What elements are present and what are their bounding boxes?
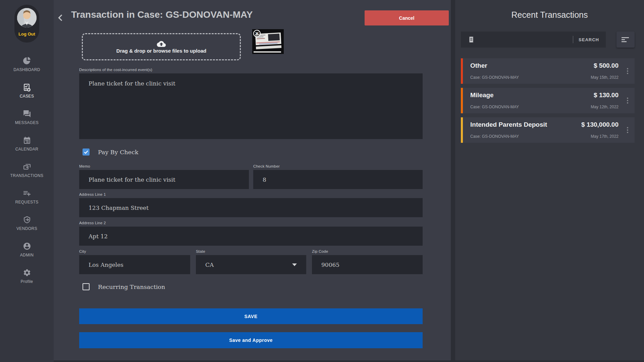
sidebar-item-admin[interactable]: ADMIN <box>0 242 54 268</box>
transaction-card-mileage[interactable]: Mileage Case: GS-DONOVAN-MAY $ 130.00 Ma… <box>461 88 635 113</box>
city-field-group: City <box>79 249 190 274</box>
logout-label: Log Out <box>18 32 35 37</box>
kebab-menu-icon[interactable] <box>625 126 631 134</box>
transaction-case: Case: GS-DONOVAN-MAY <box>470 134 519 139</box>
check-number-field-group: Check Number <box>253 164 423 189</box>
transaction-date: May 17th, 2022 <box>591 134 619 139</box>
sidebar-item-label: REQUESTS <box>15 200 38 204</box>
avatar[interactable] <box>17 8 37 27</box>
state-select[interactable]: CA <box>196 255 306 274</box>
checkbox-checked-icon[interactable] <box>83 148 90 156</box>
back-button[interactable] <box>56 13 66 23</box>
zip-field-group: Zip Code <box>312 249 423 274</box>
check-number-label: Check Number <box>253 164 423 168</box>
address2-label: Address Line 2 <box>79 221 423 225</box>
transaction-amount: $ 500.00 <box>594 62 619 69</box>
memo-field-group: Memo <box>79 164 249 189</box>
sidebar-item-transactions[interactable]: TRANSACTIONS <box>0 163 54 189</box>
transaction-title: Other <box>470 62 487 69</box>
recurring-transaction-toggle[interactable]: Recurring Transaction <box>83 283 165 290</box>
sidebar-item-requests[interactable]: REQUESTS <box>0 189 54 216</box>
chevron-left-icon <box>56 13 65 22</box>
uploaded-file-thumbnail[interactable]: ✕ <box>252 29 284 54</box>
search-button[interactable]: SEARCH <box>579 37 599 42</box>
transaction-date: May 12th, 2022 <box>591 105 619 109</box>
sidebar-item-vendors[interactable]: VENDORS <box>0 216 54 242</box>
sidebar-item-label: CASES <box>20 94 34 99</box>
state-selected-value: CA <box>205 261 214 268</box>
sidebar-item-calendar[interactable]: CALENDAR <box>0 136 54 163</box>
zip-input[interactable] <box>312 255 423 274</box>
sidebar-item-messages[interactable]: MESSAGES <box>0 110 54 136</box>
state-field-group: State CA <box>196 249 306 274</box>
address2-field-group: Address Line 2 <box>79 221 423 246</box>
cancel-button[interactable]: Cancel <box>365 10 449 25</box>
sidebar-item-label: TRANSACTIONS <box>10 173 44 178</box>
transaction-title: Mileage <box>470 92 494 99</box>
transaction-card-other[interactable]: Other Case: GS-DONOVAN-MAY $ 500.00 May … <box>461 58 635 84</box>
remove-file-icon[interactable]: ✕ <box>253 30 261 37</box>
sidebar-item-label: VENDORS <box>16 226 37 231</box>
transaction-case: Case: GS-DONOVAN-MAY <box>470 75 519 80</box>
save-and-approve-button[interactable]: Save and Approve <box>79 332 423 348</box>
description-label: Descriptions of the cost-incurred event(… <box>79 68 423 72</box>
transactions-icon <box>23 163 31 171</box>
pay-by-check-toggle[interactable]: Pay By Check <box>83 148 139 156</box>
page: Log Out DASHBOARD CASES <box>0 0 644 362</box>
cloud-upload-icon <box>157 40 166 47</box>
dropzone-label: Drag & drop or browse files to upload <box>116 48 206 54</box>
recent-transactions-panel: Recent Transactions SEARCH Other Case: G… <box>455 0 644 360</box>
description-input[interactable]: Plane ticket for the clinic visit <box>79 73 423 139</box>
sidebar-item-label: MESSAGES <box>15 120 39 125</box>
page-title: Transaction in Case: GS-DONOVAN-MAY <box>71 9 253 20</box>
address1-input[interactable] <box>79 198 423 217</box>
sidebar-item-label: CALENDAR <box>15 147 39 152</box>
transaction-form: Transaction in Case: GS-DONOVAN-MAY Canc… <box>54 0 451 360</box>
address1-label: Address Line 1 <box>79 192 423 196</box>
vendor-shield-icon <box>23 216 31 224</box>
save-button[interactable]: SAVE <box>79 308 423 324</box>
sidebar-item-label: ADMIN <box>20 253 34 257</box>
recent-transactions-title: Recent Transactions <box>455 10 644 20</box>
sidebar-item-cases[interactable]: CASES <box>0 83 54 110</box>
sort-button[interactable] <box>616 32 635 48</box>
pie-chart-icon <box>23 57 31 65</box>
transaction-amount: $ 130,000.00 <box>581 121 619 128</box>
memo-input[interactable] <box>79 170 249 189</box>
transaction-amount: $ 130.00 <box>594 92 619 99</box>
transaction-card-deposit[interactable]: Intended Parents Deposit Case: GS-DONOVA… <box>461 117 635 143</box>
transaction-case: Case: GS-DONOVAN-MAY <box>470 105 519 109</box>
pay-by-check-label: Pay By Check <box>98 149 139 156</box>
kebab-menu-icon[interactable] <box>625 96 631 105</box>
recurring-transaction-label: Recurring Transaction <box>98 284 165 290</box>
checkbox-unchecked-icon[interactable] <box>83 283 90 290</box>
city-label: City <box>79 249 190 253</box>
state-label: State <box>196 249 306 253</box>
sidebar-item-label: DASHBOARD <box>13 67 40 72</box>
gear-icon <box>23 268 31 277</box>
sidebar-item-profile[interactable]: Profile <box>0 268 54 295</box>
search-divider <box>573 36 573 43</box>
sidebar-item-dashboard[interactable]: DASHBOARD <box>0 57 54 83</box>
case-add-icon <box>23 83 31 92</box>
sidebar: Log Out DASHBOARD CASES <box>0 0 54 362</box>
address1-field-group: Address Line 1 <box>79 192 423 217</box>
transaction-search-bar[interactable]: SEARCH <box>461 32 606 48</box>
logout-button[interactable]: Log Out <box>14 5 39 43</box>
kebab-menu-icon[interactable] <box>625 67 631 75</box>
check-number-input[interactable] <box>253 170 423 189</box>
file-dropzone[interactable]: Drag & drop or browse files to upload <box>82 33 241 60</box>
memo-label: Memo <box>79 164 249 168</box>
address2-input[interactable] <box>79 227 423 246</box>
chat-bubbles-icon <box>23 110 31 118</box>
city-input[interactable] <box>79 255 190 274</box>
transaction-date: May 15th, 2022 <box>591 75 619 80</box>
description-field-group: Descriptions of the cost-incurred event(… <box>79 68 423 139</box>
list-add-icon <box>23 189 31 197</box>
chevron-down-icon <box>292 263 297 266</box>
zip-label: Zip Code <box>312 249 423 253</box>
person-circle-icon <box>23 242 31 250</box>
avatar-photo <box>17 8 37 27</box>
calendar-icon <box>23 136 31 144</box>
sidebar-item-label: Profile <box>21 279 33 284</box>
